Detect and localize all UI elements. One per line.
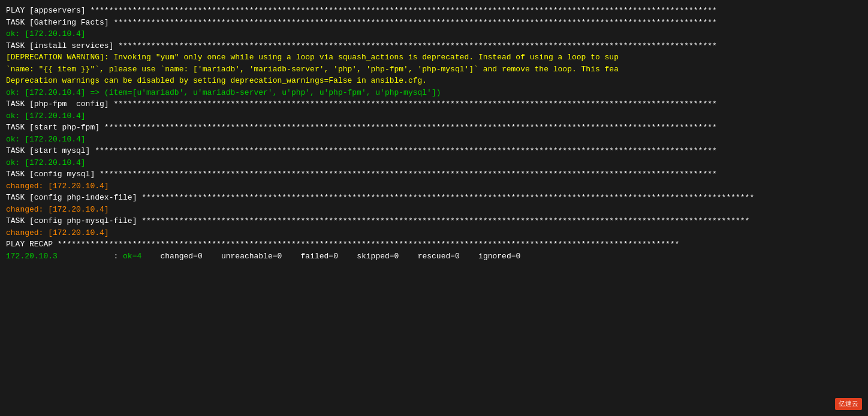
terminal-line-task-install: TASK [install services] ****************… <box>6 40 862 52</box>
terminal-line-task-gathering: TASK [Gathering Facts] *****************… <box>6 17 862 29</box>
terminal-line-ok-start-mysql: ok: [172.20.10.4] <box>6 157 862 169</box>
terminal-line-task-start-phpfpm: TASK [start php-fpm] *******************… <box>6 122 862 134</box>
terminal-line-play-appservers: PLAY [appservers] **********************… <box>6 5 862 17</box>
watermark-badge: 亿速云 <box>835 398 862 411</box>
terminal-line-ok-gathering: ok: [172.20.10.4] <box>6 28 862 40</box>
terminal-line-deprecation-line2: `name: "{{ item }}"`, please use `name: … <box>6 64 862 76</box>
terminal-line-task-phpfpm-config: TASK [php-fpm config] ******************… <box>6 98 862 110</box>
terminal: PLAY [appservers] **********************… <box>0 0 868 416</box>
terminal-line-ok-phpfpm-config: ok: [172.20.10.4] <box>6 110 862 122</box>
terminal-line-changed-config-php-index: changed: [172.20.10.4] <box>6 204 862 216</box>
terminal-line-ok-start-phpfpm: ok: [172.20.10.4] <box>6 134 862 146</box>
terminal-line-ok-install: ok: [172.20.10.4] => (item=[u'mariadb', … <box>6 87 862 99</box>
terminal-line-changed-config-php-mysql: changed: [172.20.10.4] <box>6 227 862 239</box>
terminal-line-task-start-mysql: TASK [start mysql] *********************… <box>6 145 862 157</box>
terminal-line-task-config-php-index: TASK [config php-index-file] ***********… <box>6 192 862 204</box>
terminal-line-task-config-php-mysql: TASK [config php-mysql-file] ***********… <box>6 215 862 227</box>
terminal-line-deprecation-line1: [DEPRECATION WARNING]: Invoking "yum" on… <box>6 52 862 64</box>
recap-row: 172.20.10.3 : ok=4 changed=0 unreachable… <box>6 251 862 263</box>
terminal-line-task-config-mysql: TASK [config mysql] ********************… <box>6 168 862 180</box>
terminal-line-play-recap-header: PLAY RECAP *****************************… <box>6 239 862 251</box>
terminal-line-changed-config-mysql: changed: [172.20.10.4] <box>6 180 862 192</box>
terminal-line-deprecation-line3: Deprecation warnings can be disabled by … <box>6 75 862 87</box>
